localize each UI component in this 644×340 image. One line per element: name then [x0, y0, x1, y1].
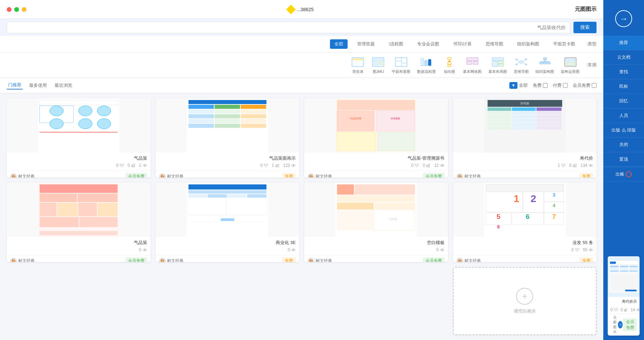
stat-hearts-3: 0	[260, 163, 269, 168]
svg-rect-175	[78, 203, 97, 216]
template-card-8[interactable]: 气品策 0 会员免费 献文经典 🎨	[7, 183, 151, 262]
stat-views-2: 12	[434, 163, 444, 168]
sort-popular[interactable]: 最多使用	[28, 81, 48, 89]
win-min-btn[interactable]	[22, 7, 26, 12]
type-item-announce[interactable]: 简告表	[351, 56, 365, 74]
sidebar-item-recommend[interactable]: 推荐	[603, 36, 644, 50]
sidebar-item-mark[interactable]: 民标	[603, 79, 644, 94]
svg-rect-40	[498, 64, 504, 66]
type-item-floorplan[interactable]: 平面布置图	[392, 56, 410, 74]
type-item-umj[interactable]: 图JMU	[371, 56, 385, 74]
card-info-8: 气品策 0	[7, 237, 151, 255]
template-card-7[interactable]: 商业化 3E 0 免费 献文经典 🎨	[156, 183, 299, 262]
cat-tab-floorplan[interactable]: 平面页卡图	[549, 39, 580, 49]
preview-card[interactable]: 寿代价示 14 0 0 会员免费	[608, 256, 640, 336]
cat-tab-org[interactable]: 组织架构图	[513, 39, 544, 49]
sidebar-item-recall[interactable]: 回忆	[603, 94, 644, 108]
sidebar-item-close[interactable]: 关闭	[603, 138, 644, 152]
paid-checkbox[interactable]	[563, 83, 568, 88]
card-footer-3: 免费 献文经典 🎨	[156, 171, 299, 178]
cat-tab-writing[interactable]: 书写\计算	[449, 39, 476, 49]
card-info-3: 气品策面画示 123 1 0	[156, 153, 299, 171]
svg-rect-107	[188, 114, 214, 118]
win-close-btn[interactable]	[7, 7, 12, 12]
svg-rect-30	[515, 59, 518, 60]
sidebar-item-cloud[interactable]: 云文档	[603, 50, 644, 65]
win-max-btn[interactable]	[14, 7, 19, 12]
card-footer-5: 免费 献文经典 🎨	[453, 255, 597, 262]
page-title: 元图图示	[575, 6, 597, 13]
card-stats-5: 55 0	[456, 247, 593, 252]
type-item-layout[interactable]: 基本布局图	[488, 56, 507, 74]
svg-rect-82	[536, 119, 561, 122]
category-label: 类型:	[586, 41, 597, 47]
flow-name: 知向图	[444, 69, 455, 74]
vip-checkbox[interactable]	[592, 83, 597, 88]
svg-point-120	[50, 106, 63, 116]
main-content: 元图图示 38625... 搜索 类型: 平面页卡图 组织架构图 思维导图 书写…	[0, 0, 603, 340]
svg-rect-81	[512, 119, 535, 122]
filter-all[interactable]: 全部 ▼	[509, 82, 528, 89]
preview-price: 会员免费	[623, 318, 637, 331]
svg-rect-62	[378, 63, 383, 65]
cat-tab-all[interactable]: 全部	[330, 39, 348, 49]
svg-rect-37	[492, 58, 504, 60]
sidebar-item-logout[interactable]: − 出账	[603, 167, 644, 182]
create-blank-card[interactable]: + 谱空白画示	[453, 267, 597, 335]
svg-text:4: 4	[552, 203, 555, 208]
filter-dropdown-btn[interactable]: ▼	[509, 82, 518, 89]
template-card-2[interactable]: 气品策内容 管理溯源 气品策-管理溯源书 12 0	[304, 98, 448, 178]
filter-paid[interactable]: 付费	[553, 82, 568, 88]
cat-tab-quiz[interactable]: 管理答题	[353, 39, 379, 49]
svg-rect-173	[40, 203, 57, 216]
stat-likes-1: 0	[569, 163, 577, 168]
sidebar-arrow-btn[interactable]: →	[615, 10, 632, 27]
sidebar-item-search[interactable]: 查找	[603, 65, 644, 79]
svg-rect-44	[448, 57, 451, 60]
type-item-dataflow[interactable]: 数据流程墨	[417, 56, 436, 74]
svg-rect-158	[188, 190, 266, 194]
svg-rect-104	[188, 109, 214, 114]
sort-recent[interactable]: 最近浏览	[53, 81, 74, 89]
type-item-arch[interactable]: 架构运营图	[561, 56, 580, 74]
template-card-5[interactable]: 1 2 3 4 5 6 7 8 业发 55 务	[453, 183, 597, 262]
svg-rect-52	[428, 59, 431, 66]
svg-rect-105	[214, 109, 240, 114]
stat-likes-2: 0	[423, 163, 431, 168]
type-item-mind[interactable]: 思维导图	[514, 56, 529, 74]
svg-rect-71	[487, 107, 511, 111]
filter-free[interactable]: 免费	[533, 82, 548, 88]
type-item-flow[interactable]: 知向图	[443, 56, 456, 74]
search-button[interactable]: 搜索	[573, 22, 597, 33]
template-card-3[interactable]: 气品策面画示 123 1 0 免费	[156, 98, 299, 178]
sidebar-item-layout[interactable]: 出版 么 排版	[603, 123, 644, 138]
layout-icon	[491, 56, 505, 68]
svg-text:5: 5	[496, 213, 500, 220]
template-card-4[interactable]: 气品策 2 0 0 会员免费	[7, 98, 151, 178]
sidebar-item-people[interactable]: 人员	[603, 108, 644, 123]
cat-tab-conference[interactable]: 专业会议图	[413, 39, 444, 49]
svg-rect-7	[620, 268, 629, 269]
svg-rect-26	[543, 62, 547, 64]
type-item-org[interactable]: 组织架构图	[535, 56, 554, 74]
type-item-network[interactable]: 基本网络图	[463, 56, 482, 74]
template-card-6[interactable]: 空内容 空白模板 0 会员免费 献文经典 🎨	[304, 183, 448, 262]
free-checkbox[interactable]	[543, 83, 548, 88]
sidebar-item-top[interactable]: 置顶	[603, 152, 644, 167]
filter-vip[interactable]: 会员免费	[573, 82, 597, 88]
cat-tab-mindmap[interactable]: 思维导图	[481, 39, 508, 49]
sort-recommend[interactable]: 门推荐	[7, 81, 23, 89]
mind-icon	[514, 56, 528, 68]
card-footer-7: 免费 献文经典 🎨	[156, 255, 299, 262]
search-input[interactable]	[7, 22, 570, 33]
svg-rect-74	[487, 111, 511, 115]
svg-rect-95	[378, 132, 415, 151]
create-plus-icon: +	[516, 288, 533, 305]
svg-rect-170	[40, 184, 118, 193]
svg-point-168	[293, 249, 294, 251]
author-icon-8: 🎨	[10, 258, 17, 262]
svg-rect-2	[610, 264, 638, 265]
template-card-1[interactable]: 示代价	[453, 98, 597, 178]
cat-tab-flowchart[interactable]: 流程图\	[384, 39, 408, 49]
svg-rect-114	[214, 124, 240, 128]
